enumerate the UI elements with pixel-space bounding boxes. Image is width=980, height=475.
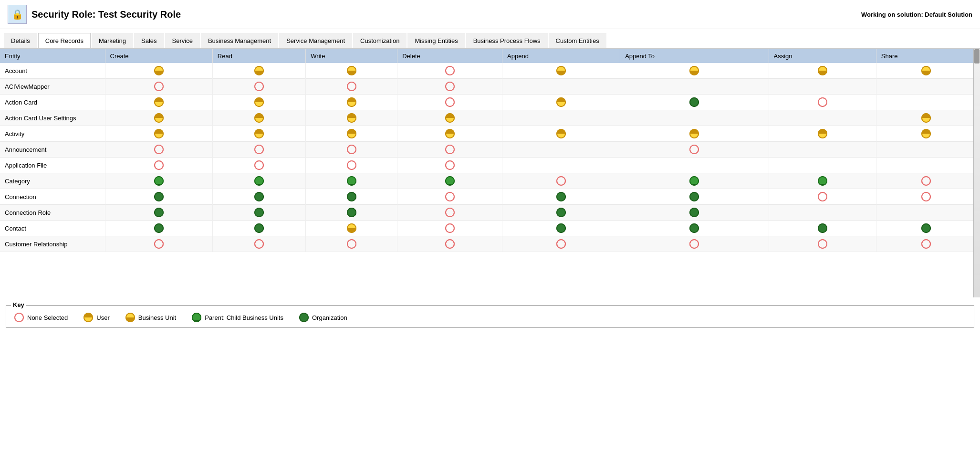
permission-cell-assign[interactable]	[769, 236, 876, 252]
permission-cell-write[interactable]	[306, 142, 397, 158]
permission-cell-assign[interactable]	[769, 79, 876, 95]
permission-cell-write[interactable]	[306, 110, 397, 126]
tab-business-process-flows[interactable]: Business Process Flows	[466, 33, 548, 48]
tab-service-management[interactable]: Service Management	[279, 33, 352, 48]
permission-cell-create[interactable]	[105, 205, 212, 221]
permission-cell-append[interactable]	[502, 205, 620, 221]
permission-cell-create[interactable]	[105, 79, 212, 95]
permission-cell-delete[interactable]	[397, 158, 502, 173]
permission-cell-read[interactable]	[212, 158, 305, 173]
permission-cell-share[interactable]	[876, 110, 976, 126]
permission-cell-write[interactable]	[306, 126, 397, 142]
permission-cell-read[interactable]	[212, 221, 305, 236]
permission-cell-share[interactable]	[876, 173, 976, 189]
scrollbar-thumb[interactable]	[974, 49, 980, 63]
permission-cell-read[interactable]	[212, 79, 305, 95]
permission-cell-append_to[interactable]	[620, 79, 769, 95]
permission-cell-share[interactable]	[876, 221, 976, 236]
permission-cell-write[interactable]	[306, 173, 397, 189]
permission-cell-share[interactable]	[876, 142, 976, 158]
table-row[interactable]: Contact	[0, 221, 976, 236]
permission-cell-write[interactable]	[306, 221, 397, 236]
tab-customization[interactable]: Customization	[353, 33, 407, 48]
permission-cell-assign[interactable]	[769, 110, 876, 126]
tab-service[interactable]: Service	[165, 33, 200, 48]
permission-cell-append_to[interactable]	[620, 158, 769, 173]
permission-cell-share[interactable]	[876, 236, 976, 252]
permission-cell-append_to[interactable]	[620, 173, 769, 189]
table-row[interactable]: Connection	[0, 189, 976, 205]
tab-business-management[interactable]: Business Management	[201, 33, 278, 48]
table-row[interactable]: Account	[0, 63, 976, 79]
permission-cell-create[interactable]	[105, 126, 212, 142]
table-row[interactable]: Announcement	[0, 142, 976, 158]
permission-cell-delete[interactable]	[397, 63, 502, 79]
table-row[interactable]: ACIViewMapper	[0, 79, 976, 95]
table-row[interactable]: Action Card User Settings	[0, 110, 976, 126]
entity-table-container[interactable]: EntityCreateReadWriteDeleteAppendAppend …	[0, 49, 980, 297]
permission-cell-delete[interactable]	[397, 189, 502, 205]
permission-cell-append_to[interactable]	[620, 110, 769, 126]
permission-cell-delete[interactable]	[397, 126, 502, 142]
permission-cell-create[interactable]	[105, 189, 212, 205]
permission-cell-append[interactable]	[502, 158, 620, 173]
permission-cell-assign[interactable]	[769, 95, 876, 110]
tab-sales[interactable]: Sales	[134, 33, 164, 48]
permission-cell-append[interactable]	[502, 79, 620, 95]
permission-cell-create[interactable]	[105, 173, 212, 189]
permission-cell-share[interactable]	[876, 79, 976, 95]
permission-cell-delete[interactable]	[397, 110, 502, 126]
table-row[interactable]: Action Card	[0, 95, 976, 110]
permission-cell-create[interactable]	[105, 158, 212, 173]
permission-cell-append_to[interactable]	[620, 95, 769, 110]
permission-cell-assign[interactable]	[769, 221, 876, 236]
permission-cell-read[interactable]	[212, 95, 305, 110]
permission-cell-share[interactable]	[876, 158, 976, 173]
permission-cell-create[interactable]	[105, 95, 212, 110]
permission-cell-write[interactable]	[306, 95, 397, 110]
permission-cell-create[interactable]	[105, 221, 212, 236]
permission-cell-read[interactable]	[212, 173, 305, 189]
permission-cell-assign[interactable]	[769, 189, 876, 205]
permission-cell-share[interactable]	[876, 205, 976, 221]
permission-cell-delete[interactable]	[397, 221, 502, 236]
tab-missing-entities[interactable]: Missing Entities	[407, 33, 465, 48]
permission-cell-write[interactable]	[306, 236, 397, 252]
permission-cell-assign[interactable]	[769, 173, 876, 189]
permission-cell-assign[interactable]	[769, 63, 876, 79]
permission-cell-append_to[interactable]	[620, 126, 769, 142]
permission-cell-share[interactable]	[876, 95, 976, 110]
permission-cell-append_to[interactable]	[620, 221, 769, 236]
permission-cell-append_to[interactable]	[620, 189, 769, 205]
permission-cell-read[interactable]	[212, 189, 305, 205]
permission-cell-append[interactable]	[502, 95, 620, 110]
permission-cell-assign[interactable]	[769, 142, 876, 158]
table-row[interactable]: Activity	[0, 126, 976, 142]
permission-cell-read[interactable]	[212, 126, 305, 142]
permission-cell-write[interactable]	[306, 63, 397, 79]
permission-cell-write[interactable]	[306, 158, 397, 173]
permission-cell-delete[interactable]	[397, 95, 502, 110]
permission-cell-create[interactable]	[105, 142, 212, 158]
permission-cell-assign[interactable]	[769, 205, 876, 221]
permission-cell-delete[interactable]	[397, 142, 502, 158]
permission-cell-read[interactable]	[212, 236, 305, 252]
permission-cell-append[interactable]	[502, 189, 620, 205]
scrollbar[interactable]	[973, 49, 980, 297]
permission-cell-append[interactable]	[502, 221, 620, 236]
permission-cell-append[interactable]	[502, 63, 620, 79]
permission-cell-share[interactable]	[876, 126, 976, 142]
permission-cell-delete[interactable]	[397, 79, 502, 95]
permission-cell-append[interactable]	[502, 173, 620, 189]
permission-cell-read[interactable]	[212, 110, 305, 126]
permission-cell-share[interactable]	[876, 63, 976, 79]
permission-cell-share[interactable]	[876, 189, 976, 205]
table-row[interactable]: Application File	[0, 158, 976, 173]
permission-cell-delete[interactable]	[397, 205, 502, 221]
permission-cell-delete[interactable]	[397, 173, 502, 189]
tab-core-records[interactable]: Core Records	[38, 33, 91, 49]
permission-cell-read[interactable]	[212, 205, 305, 221]
permission-cell-append_to[interactable]	[620, 63, 769, 79]
table-row[interactable]: Customer Relationship	[0, 236, 976, 252]
permission-cell-delete[interactable]	[397, 236, 502, 252]
